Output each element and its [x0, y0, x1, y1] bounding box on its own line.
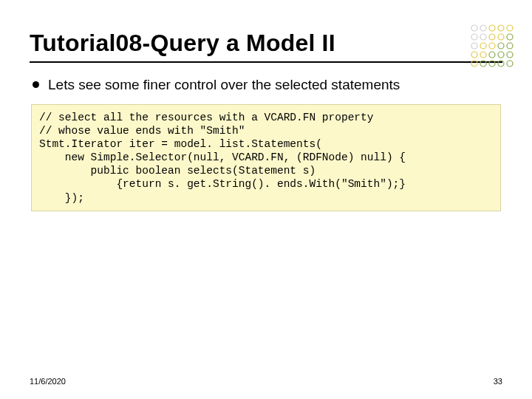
- bullet-item: Lets see some finer control over the sel…: [30, 76, 502, 104]
- svg-point-15: [471, 52, 477, 58]
- footer-page-number: 33: [494, 377, 502, 386]
- svg-point-12: [489, 43, 495, 49]
- code-line: new Simple.Selector(null, VCARD.FN, (RDF…: [39, 151, 406, 163]
- svg-point-3: [498, 25, 504, 31]
- title-row: Tutorial08-Query a Model II: [30, 30, 502, 63]
- code-line: // select all the resources with a VCARD…: [39, 112, 373, 123]
- svg-point-24: [507, 61, 513, 66]
- svg-point-17: [489, 52, 495, 58]
- svg-point-1: [480, 25, 486, 31]
- svg-point-4: [507, 25, 513, 31]
- bullet-icon: [33, 81, 39, 88]
- svg-point-20: [471, 61, 477, 66]
- decorative-dots-icon: [467, 21, 519, 72]
- bullet-text: Lets see some finer control over the sel…: [48, 76, 400, 94]
- svg-point-11: [480, 43, 486, 49]
- svg-point-10: [471, 43, 477, 49]
- svg-point-16: [480, 52, 486, 58]
- svg-point-8: [498, 34, 504, 40]
- svg-point-22: [489, 61, 495, 66]
- code-line: });: [39, 192, 84, 204]
- slide-title: Tutorial08-Query a Model II: [30, 30, 335, 57]
- svg-point-18: [498, 52, 504, 58]
- code-line: {return s. get.String(). ends.With("Smit…: [39, 178, 406, 190]
- svg-point-7: [489, 34, 495, 40]
- code-line: // whose value ends with "Smith": [39, 125, 245, 137]
- svg-point-23: [498, 61, 504, 66]
- svg-point-5: [471, 34, 477, 40]
- svg-point-19: [507, 52, 513, 58]
- svg-point-13: [498, 43, 504, 49]
- svg-point-0: [471, 25, 477, 31]
- footer: 11/6/2020 33: [30, 377, 502, 386]
- svg-point-6: [480, 34, 486, 40]
- code-line: public boolean selects(Statement s): [39, 165, 316, 177]
- svg-point-9: [507, 34, 513, 40]
- svg-point-2: [489, 25, 495, 31]
- footer-date: 11/6/2020: [30, 377, 66, 386]
- svg-point-21: [480, 61, 486, 66]
- svg-point-14: [507, 43, 513, 49]
- slide: Tutorial08-Query a Model II Lets see som…: [0, 0, 532, 399]
- code-block: // select all the resources with a VCARD…: [31, 104, 501, 211]
- code-line: Stmt.Iterator iter = model. list.Stateme…: [39, 138, 322, 150]
